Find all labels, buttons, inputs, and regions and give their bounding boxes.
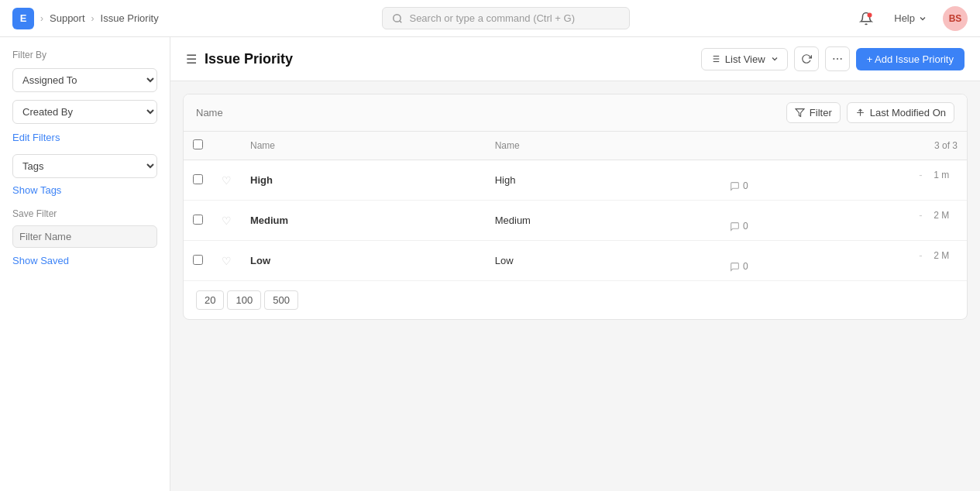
col-count: 3 of 3	[720, 132, 967, 160]
row-value-low: Low	[486, 241, 720, 281]
filter-icon	[795, 108, 805, 118]
page-title: Issue Priority	[205, 51, 293, 67]
edit-filters-link[interactable]: Edit Filters	[12, 132, 157, 143]
col-value: Name	[486, 132, 720, 160]
sort-icon	[855, 108, 865, 118]
list-view-label: List View	[725, 53, 765, 65]
comment-icon-medium	[730, 221, 740, 232]
col-name: Name	[241, 132, 486, 160]
row-comments-high: 0	[730, 180, 958, 191]
favorite-icon-high[interactable]: ♡	[222, 174, 232, 187]
row-value-medium: Medium	[486, 201, 720, 241]
row-dash-low: -	[919, 249, 922, 261]
help-button[interactable]: Help	[888, 9, 934, 27]
table-row: ♡ Low Low - 2 M 0	[184, 241, 967, 281]
page-size-500[interactable]: 500	[264, 290, 298, 310]
row-value-high: High	[486, 160, 720, 201]
sort-button-label: Last Modified On	[870, 107, 946, 118]
app-icon[interactable]: E	[12, 8, 34, 29]
filter-name-input[interactable]	[12, 225, 157, 248]
main-layout: Filter By Assigned To Created By Edit Fi…	[0, 37, 980, 491]
help-label: Help	[894, 12, 915, 24]
table-container: Filter Last Modified On N	[170, 81, 980, 491]
more-icon	[831, 53, 844, 65]
svg-line-1	[400, 20, 402, 22]
breadcrumb-sep-2: ›	[91, 13, 95, 24]
table-toolbar: Filter Last Modified On	[184, 94, 967, 132]
row-dash-high: -	[919, 169, 922, 180]
add-issue-priority-button[interactable]: + Add Issue Priority	[856, 48, 965, 70]
select-all-checkbox[interactable]	[193, 139, 203, 149]
svg-point-10	[837, 58, 838, 60]
row-time-low: 2 M	[934, 250, 949, 261]
refresh-icon	[801, 53, 812, 64]
page-header-right: List View + Add Issue Priority	[701, 46, 965, 71]
avatar[interactable]: BS	[943, 6, 968, 31]
show-tags-link[interactable]: Show Tags	[12, 184, 157, 196]
row-checkbox-high[interactable]	[193, 174, 203, 184]
topnav-right: Help BS	[854, 6, 968, 31]
more-options-button[interactable]	[825, 46, 850, 71]
notification-button[interactable]	[854, 6, 879, 31]
row-dash-medium: -	[919, 209, 922, 221]
svg-point-9	[833, 58, 834, 60]
table-wrapper: Filter Last Modified On N	[183, 94, 968, 320]
table-toolbar-right: Filter Last Modified On	[786, 102, 954, 123]
topnav-center: Search or type a command (Ctrl + G)	[159, 7, 854, 29]
refresh-button[interactable]	[794, 46, 819, 71]
row-comments-low: 0	[730, 261, 958, 272]
issue-priority-table: Name Name 3 of 3 ♡ High High -	[184, 132, 967, 280]
page-header: ☰ Issue Priority List View + Add Issue P…	[170, 37, 980, 81]
assigned-to-select[interactable]: Assigned To	[12, 68, 157, 92]
created-by-select[interactable]: Created By	[12, 100, 157, 124]
filter-button-label: Filter	[810, 107, 832, 118]
topnav-left: E › Support › Issue Priority	[12, 8, 159, 29]
tags-select[interactable]: Tags	[12, 154, 157, 178]
row-time-medium: 2 M	[934, 210, 949, 221]
row-name-medium: Medium	[250, 215, 288, 226]
topnav: E › Support › Issue Priority Search or t…	[0, 0, 980, 37]
content-area: ☰ Issue Priority List View + Add Issue P…	[170, 37, 980, 491]
page-header-left: ☰ Issue Priority	[186, 51, 293, 67]
search-bar[interactable]: Search or type a command (Ctrl + G)	[382, 7, 630, 29]
row-comments-medium: 0	[730, 221, 958, 232]
breadcrumb-support[interactable]: Support	[50, 12, 85, 24]
menu-icon[interactable]: ☰	[186, 52, 197, 67]
search-icon	[392, 13, 403, 24]
breadcrumb-sep-1: ›	[40, 13, 43, 24]
save-filter-label: Save Filter	[12, 208, 157, 219]
row-checkbox-medium[interactable]	[193, 215, 203, 225]
chevron-down-icon	[918, 14, 927, 23]
page-size-20[interactable]: 20	[196, 290, 224, 310]
favorite-icon-low[interactable]: ♡	[222, 255, 232, 267]
svg-point-11	[840, 58, 841, 60]
sort-button[interactable]: Last Modified On	[847, 102, 954, 123]
show-saved-link[interactable]: Show Saved	[12, 255, 69, 266]
filter-by-label: Filter By	[12, 50, 157, 60]
row-checkbox-low[interactable]	[193, 255, 203, 265]
row-time-high: 1 m	[934, 170, 949, 180]
search-placeholder: Search or type a command (Ctrl + G)	[409, 12, 575, 24]
svg-point-0	[394, 14, 401, 21]
comment-icon-high	[730, 181, 740, 191]
row-name-high: High	[250, 174, 273, 186]
list-view-chevron-icon	[770, 54, 779, 64]
list-view-button[interactable]: List View	[701, 48, 788, 70]
table-row: ♡ High High - 1 m 0	[184, 160, 967, 201]
svg-marker-12	[796, 109, 804, 117]
row-name-low: Low	[250, 255, 270, 266]
table-filter-button[interactable]: Filter	[786, 102, 841, 123]
favorite-icon-medium[interactable]: ♡	[222, 215, 232, 227]
add-button-label: + Add Issue Priority	[867, 53, 954, 65]
pagination: 20 100 500	[184, 280, 967, 319]
table-row: ♡ Medium Medium - 2 M 0	[184, 201, 967, 241]
table-search-input[interactable]	[196, 107, 351, 118]
breadcrumb-issue-priority[interactable]: Issue Priority	[101, 12, 159, 24]
list-icon	[710, 53, 720, 64]
comment-icon-low	[730, 262, 740, 272]
sidebar: Filter By Assigned To Created By Edit Fi…	[0, 37, 170, 491]
svg-point-2	[868, 12, 872, 17]
page-size-100[interactable]: 100	[227, 290, 261, 310]
bell-icon	[859, 12, 873, 26]
